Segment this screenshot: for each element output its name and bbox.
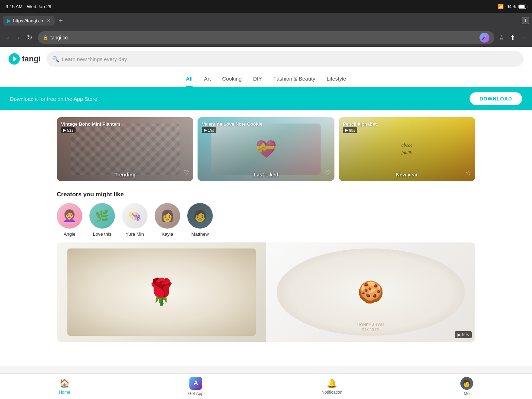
lock-icon: 🔒 <box>43 35 48 40</box>
status-bar: 9:15 AM Wed Jan 29 📶 94% <box>0 0 532 13</box>
bottom-nav-notification[interactable]: 🔔 Notification <box>314 376 349 398</box>
bottom-nav-me[interactable]: 🧑 Me <box>453 374 480 399</box>
creator-name-lovethis: Love this <box>93 231 111 237</box>
creator-matthew[interactable]: 🧑 Matthew <box>187 203 213 237</box>
getapp-label: Get App <box>188 391 203 396</box>
tab-lifestyle[interactable]: Lifestyle <box>327 76 346 87</box>
me-label: Me <box>464 391 470 396</box>
creator-avatar-matthew: 🧑 <box>187 203 213 229</box>
bookmark-button[interactable]: ☆ <box>497 32 506 43</box>
heart-icon-1: ♡ <box>183 169 189 177</box>
browser-toolbar: ‹ › ↻ 🔒 tangi.co 🎤 ☆ ⬆ ··· <box>0 28 532 47</box>
video-tag-1: Trending <box>115 172 135 177</box>
bottom-nav-home[interactable]: 🏠 Home <box>52 376 77 398</box>
logo-text: tangi <box>22 54 41 64</box>
duration-badge-cookie: ▶59s <box>455 331 472 338</box>
video-card-last-liked[interactable]: 💝 Valentine Love Note Cookie ▶19s Last L… <box>198 117 334 181</box>
site-header: tangi 🔍 Learn new things every day <box>0 47 532 71</box>
tab-cooking[interactable]: Cooking <box>222 76 242 87</box>
video-title-2: Valentine Love Note Cookie <box>202 121 262 127</box>
creator-avatar-yuramin: 👒 <box>122 203 148 229</box>
creator-name-kayla: Kayla <box>162 231 173 237</box>
tab-all[interactable]: All <box>186 76 193 87</box>
wifi-icon: 📶 <box>498 4 504 9</box>
video-card-new-year[interactable]: abcdefghijk Pencil alphabet ▶60s New yea… <box>339 117 475 181</box>
tab-title: https://tangi.co <box>13 18 43 23</box>
creators-title: Creators you might like <box>57 191 475 198</box>
logo-icon <box>9 53 20 65</box>
content-grid: 🌹 🍪 HONEY & LOUbaking.co ▶59s <box>0 242 532 342</box>
heart-icon-2: ♡ <box>325 169 330 177</box>
url-bar[interactable]: 🔒 tangi.co 🎤 <box>38 31 494 44</box>
creator-yuramin[interactable]: 👒 Yura Min <box>122 203 148 237</box>
creator-avatar-kayla: 👩 <box>155 203 180 229</box>
me-avatar: 🧑 <box>460 377 473 390</box>
tab-art[interactable]: Art <box>204 76 211 87</box>
url-text: tangi.co <box>50 35 68 40</box>
creator-avatar-angie: 👩‍🦱 <box>57 203 82 229</box>
video-tag-2: Last Liked <box>254 172 278 177</box>
active-tab[interactable]: ▶ https://tangi.co ✕ <box>3 16 55 26</box>
home-label: Home <box>59 390 70 395</box>
search-placeholder: Learn new things every day <box>62 56 127 62</box>
heart-icon-3: ☆ <box>465 169 471 177</box>
battery-icon <box>519 5 526 9</box>
tab-diy[interactable]: DIY <box>253 76 262 87</box>
bottom-nav: 🏠 Home A Get App 🔔 Notification 🧑 Me <box>0 373 532 399</box>
tab-close-button[interactable]: ✕ <box>47 18 50 23</box>
main-content: tangi 🔍 Learn new things every day All A… <box>0 47 532 366</box>
video-duration-2: ▶19s <box>202 127 216 133</box>
video-duration-1: ▶51s <box>61 127 76 133</box>
tab-favicon: ▶ <box>7 18 11 23</box>
creator-lovethis[interactable]: 🌿 Love this <box>89 203 115 237</box>
tab-bar: ▶ https://tangi.co ✕ + 1 <box>0 13 532 28</box>
mic-button[interactable]: 🎤 <box>480 33 489 43</box>
status-time: 9:15 AM <box>6 4 23 9</box>
app-icon: A <box>189 377 202 390</box>
creator-name-yuramin: Yura Min <box>126 231 144 237</box>
video-title-3: Pencil alphabet <box>343 121 377 127</box>
creators-section: Creators you might like 👩‍🦱 Angie 🌿 Love… <box>0 188 532 242</box>
video-duration-3: ▶60s <box>343 127 358 133</box>
content-card-flowers[interactable]: 🌹 <box>57 242 266 342</box>
tab-count[interactable]: 1 <box>522 17 529 24</box>
watermark: HONEY & LOUbaking.co <box>358 323 384 331</box>
featured-videos: Vintage Boho Mini Planters ▶51s Trending… <box>0 110 532 188</box>
tab-fashion-beauty[interactable]: Fashion & Beauty <box>273 76 315 87</box>
back-button[interactable]: ‹ <box>4 32 12 43</box>
menu-button[interactable]: ··· <box>520 33 528 43</box>
search-icon: 🔍 <box>52 56 59 62</box>
creator-name-angie: Angie <box>63 231 75 237</box>
download-button[interactable]: DOWNLOAD <box>470 92 522 105</box>
refresh-button[interactable]: ↻ <box>24 32 35 43</box>
search-bar[interactable]: 🔍 Learn new things every day <box>46 51 523 67</box>
status-date: Wed Jan 29 <box>27 4 51 9</box>
download-banner: Download it for free on the App Store DO… <box>0 87 532 110</box>
notification-icon: 🔔 <box>327 378 337 388</box>
video-card-trending[interactable]: Vintage Boho Mini Planters ▶51s Trending… <box>57 117 193 181</box>
notification-label: Notification <box>321 390 342 395</box>
creator-kayla[interactable]: 👩 Kayla <box>155 203 180 237</box>
mic-icon: 🎤 <box>480 33 489 43</box>
creator-angie[interactable]: 👩‍🦱 Angie <box>57 203 82 237</box>
content-card-cookie[interactable]: 🍪 HONEY & LOUbaking.co ▶59s <box>266 242 475 342</box>
share-button[interactable]: ⬆ <box>509 32 517 43</box>
creators-list: 👩‍🦱 Angie 🌿 Love this 👒 Yura Min 👩 <box>57 203 475 237</box>
bottom-nav-getapp[interactable]: A Get App <box>181 374 210 399</box>
banner-text: Download it for free on the App Store <box>10 96 97 102</box>
new-tab-button[interactable]: + <box>56 15 66 26</box>
forward-button[interactable]: › <box>14 32 22 43</box>
creator-name-matthew: Matthew <box>191 231 209 237</box>
logo[interactable]: tangi <box>9 53 41 65</box>
battery-percent: 94% <box>506 4 516 9</box>
video-title-1: Vintage Boho Mini Planters <box>61 121 121 127</box>
home-icon: 🏠 <box>59 378 70 388</box>
category-tabs: All Art Cooking DIY Fashion & Beauty Lif… <box>0 71 532 87</box>
video-tag-3: New year <box>396 172 418 177</box>
creator-avatar-lovethis: 🌿 <box>89 203 115 229</box>
